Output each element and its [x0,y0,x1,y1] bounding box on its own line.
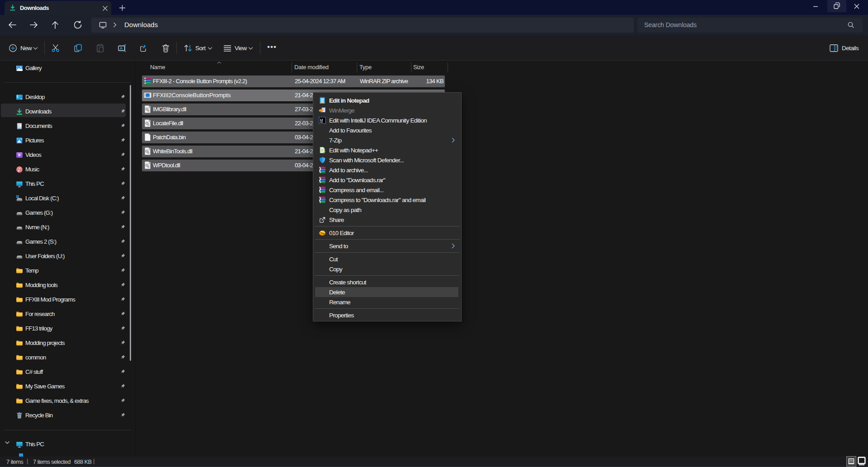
svg-text:A: A [120,46,123,51]
svg-text:IJ: IJ [320,118,323,122]
